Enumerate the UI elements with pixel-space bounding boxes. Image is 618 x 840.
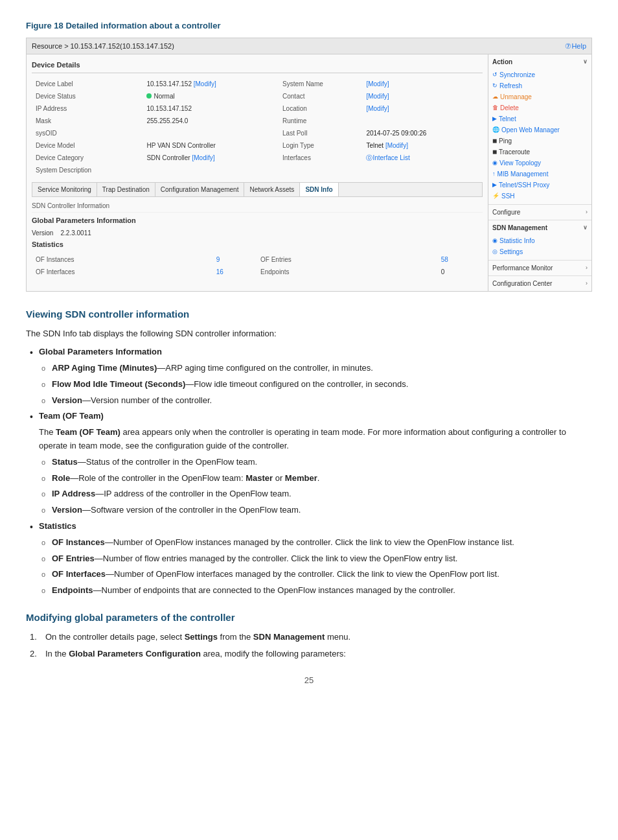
- action-view-topology[interactable]: ◉View Topology: [492, 158, 588, 169]
- device-category-modify[interactable]: [Modify]: [192, 154, 214, 161]
- configuration-center-label: Configuration Center: [492, 279, 552, 288]
- configure-header[interactable]: Configure ›: [492, 207, 588, 217]
- location-modify[interactable]: [Modify]: [366, 105, 389, 112]
- endpoints-item: Endpoints—Number of endpoints that are c…: [52, 584, 592, 598]
- team-sub-list: Status—Status of the controller in the O…: [39, 456, 592, 517]
- topology-icon: ◉: [492, 159, 498, 168]
- endpoints-value: 0: [439, 266, 481, 277]
- tab-network-assets[interactable]: Network Assets: [244, 183, 300, 196]
- of-interfaces-label: OF Interfaces: [33, 266, 212, 277]
- sdn-controller-info-label: SDN Controller Information: [32, 201, 483, 213]
- web-manager-icon: 🌐: [492, 126, 499, 135]
- action-open-web-manager[interactable]: 🌐Open Web Manager: [492, 124, 588, 135]
- tab-sdn-info[interactable]: SDN Info: [300, 183, 338, 196]
- action-chevron: ∨: [583, 58, 588, 67]
- top-bar: Resource > 10.153.147.152(10.153.147.152…: [27, 38, 591, 55]
- action-ssh[interactable]: ⚡SSH: [492, 191, 588, 202]
- login-type-key: Login Type: [280, 140, 362, 151]
- system-name-modify[interactable]: [Modify]: [366, 80, 389, 88]
- of-entries-value[interactable]: 58: [439, 254, 481, 265]
- action-ping[interactable]: ◼Ping: [492, 135, 588, 146]
- device-label-key: Device Label: [33, 78, 143, 89]
- contact-key: Contact: [280, 91, 362, 102]
- sys-desc-value: [144, 165, 481, 176]
- action-traceroute[interactable]: ◼Traceroute: [492, 146, 588, 158]
- device-label-value: 10.153.147.152 [Modify]: [144, 78, 279, 89]
- breadcrumb: Resource > 10.153.147.152(10.153.147.152…: [32, 41, 174, 52]
- endpoints-label: Endpoints: [258, 266, 437, 277]
- help-link[interactable]: ⑦Help: [565, 41, 586, 52]
- traceroute-icon: ◼: [492, 148, 497, 157]
- section1-heading: Viewing SDN controller information: [26, 307, 592, 322]
- device-status-value: Normal: [144, 91, 279, 102]
- login-type-modify[interactable]: [Modify]: [385, 142, 408, 149]
- statistics-sub-list: OF Instances—Number of OpenFlow instance…: [39, 536, 592, 598]
- contact-modify[interactable]: [Modify]: [366, 93, 389, 100]
- configuration-center-header[interactable]: Configuration Center ›: [492, 279, 588, 288]
- location-key: Location: [280, 103, 362, 114]
- action-header: Action ∨: [492, 57, 588, 67]
- device-details-header: Device Details: [32, 60, 483, 73]
- last-poll-key: Last Poll: [280, 128, 362, 139]
- tab-trap-destination[interactable]: Trap Destination: [97, 183, 155, 196]
- performance-monitor-header[interactable]: Performance Monitor ›: [492, 263, 588, 273]
- action-statistic-info[interactable]: ◉Statistic Info: [492, 235, 588, 246]
- action-telnet[interactable]: ▶Telnet: [492, 113, 588, 124]
- contact-value: [Modify]: [363, 91, 481, 102]
- version-item: Version—Version number of the controller…: [52, 394, 592, 408]
- figure-title: Figure 18 Detailed information about a c…: [26, 19, 592, 32]
- interfaces-link[interactable]: ⓪Interface List: [366, 154, 409, 161]
- device-label-modify[interactable]: [Modify]: [194, 80, 216, 88]
- bullet-statistics: Statistics OF Instances—Number of OpenFl…: [39, 520, 592, 598]
- page-number: 25: [26, 674, 592, 687]
- section1-intro: The SDN Info tab displays the following …: [26, 327, 592, 341]
- version-team-item: Version—Software version of the controll…: [52, 504, 592, 517]
- status-item: Status—Status of the controller in the O…: [52, 456, 592, 469]
- team-of-team-title: Team (OF Team): [39, 411, 104, 421]
- system-name-key: System Name: [280, 78, 362, 89]
- of-interfaces-value[interactable]: 16: [214, 266, 257, 277]
- action-settings[interactable]: ◎Settings: [492, 246, 588, 257]
- stats-table: OF Instances 9 OF Entries 58 OF Interfac…: [32, 253, 483, 279]
- bullet-team-of-team: Team (OF Team) The Team (OF Team) area a…: [39, 410, 592, 517]
- performance-monitor-label: Performance Monitor: [492, 263, 553, 273]
- global-params-title: Global Parameters Information: [39, 347, 162, 356]
- tab-configuration-management[interactable]: Configuration Management: [155, 183, 245, 196]
- configure-section: Configure ›: [488, 205, 591, 220]
- step-2: In the Global Parameters Configuration a…: [45, 648, 592, 661]
- action-delete[interactable]: 🗑Delete: [492, 102, 588, 113]
- configuration-center-section: Configuration Center ›: [488, 276, 591, 291]
- device-category-value: SDN Controller [Modify]: [144, 152, 279, 163]
- global-params-header: Global Parameters Information: [32, 215, 483, 226]
- refresh-icon: ↻: [492, 82, 498, 91]
- mib-icon: ↑: [492, 170, 496, 179]
- of-instances-label: OF Instances: [33, 254, 212, 265]
- settings-icon: ◎: [492, 248, 498, 257]
- arp-aging-time: ARP Aging Time (Minutes)—ARP aging time …: [52, 362, 592, 375]
- sdn-management-header[interactable]: SDN Management ∨: [492, 223, 588, 233]
- version-value: 2.2.3.0011: [60, 229, 91, 237]
- of-instances-value[interactable]: 9: [214, 254, 257, 265]
- action-telnet-ssh-proxy[interactable]: ▶Telnet/SSH Proxy: [492, 180, 588, 191]
- tab-service-monitoring[interactable]: Service Monitoring: [32, 183, 97, 196]
- unmanage-icon: ☁: [492, 93, 498, 102]
- interfaces-value: ⓪Interface List: [363, 152, 481, 163]
- role-item: Role—Role of the controller in the OpenF…: [52, 472, 592, 485]
- action-label: Action: [492, 57, 512, 67]
- device-model-value: HP VAN SDN Controller: [144, 140, 279, 151]
- screenshot-box: Resource > 10.153.147.152(10.153.147.152…: [26, 38, 592, 292]
- ip-address-value: 10.153.147.152: [144, 103, 279, 114]
- action-synchronize[interactable]: ↺Synchronize: [492, 69, 588, 80]
- last-poll-value: 2014-07-25 09:00:26: [363, 128, 481, 139]
- tabs-bar: Service Monitoring Trap Destination Conf…: [32, 182, 483, 197]
- status-dot: [146, 93, 152, 99]
- configuration-center-chevron: ›: [586, 279, 588, 288]
- action-refresh[interactable]: ↻Refresh: [492, 80, 588, 91]
- left-panel: Device Details Device Label 10.153.147.1…: [27, 54, 488, 291]
- action-unmanage[interactable]: ☁Unmanage: [492, 91, 588, 102]
- telnet-icon: ▶: [492, 115, 497, 124]
- system-name-value: [Modify]: [363, 78, 481, 89]
- delete-icon: 🗑: [492, 104, 498, 113]
- team-of-team-desc: The Team (OF Team) area appears only whe…: [39, 426, 592, 453]
- action-mib-management[interactable]: ↑MIB Management: [492, 169, 588, 180]
